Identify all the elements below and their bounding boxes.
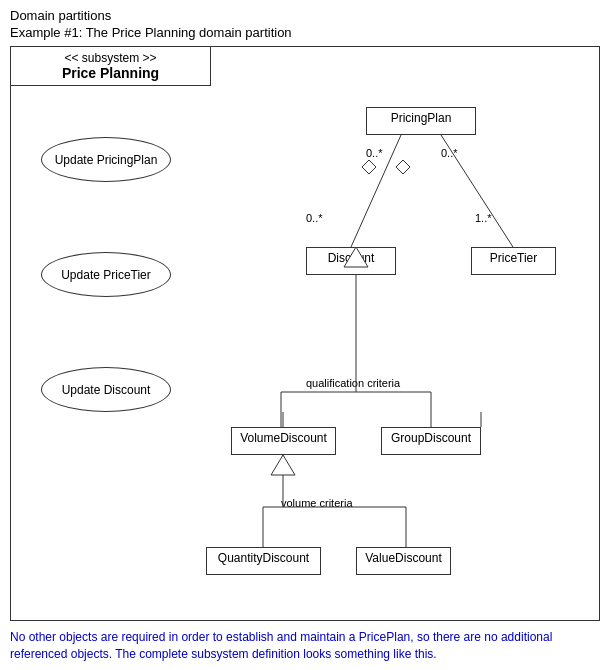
subsystem-stereotype: << subsystem >> bbox=[19, 51, 202, 65]
mult-label-4: 1..* bbox=[475, 212, 492, 224]
use-case-update-pricetier: Update PriceTier bbox=[41, 252, 171, 297]
class-pricingplan: PricingPlan bbox=[366, 107, 476, 135]
svg-marker-15 bbox=[271, 455, 295, 475]
class-groupdiscount: GroupDiscount bbox=[381, 427, 481, 455]
subsystem-header: << subsystem >> Price Planning bbox=[11, 47, 211, 86]
assoc-label-qualification: qualification criteria bbox=[306, 377, 400, 389]
subsystem-name: Price Planning bbox=[19, 65, 202, 81]
class-quantitydiscount: QuantityDiscount bbox=[206, 547, 321, 575]
page-subtitle: Example #1: The Price Planning domain pa… bbox=[10, 25, 600, 40]
class-discount: Discount bbox=[306, 247, 396, 275]
class-volumediscount: VolumeDiscount bbox=[231, 427, 336, 455]
svg-marker-3 bbox=[396, 160, 410, 174]
class-valuediscount: ValueDiscount bbox=[356, 547, 451, 575]
footer-text: No other objects are required in order t… bbox=[10, 629, 600, 663]
page-title: Domain partitions bbox=[10, 8, 600, 23]
assoc-label-volume: volume criteria bbox=[281, 497, 353, 509]
svg-marker-2 bbox=[362, 160, 376, 174]
diagram-container: << subsystem >> Price Planning Update Pr… bbox=[10, 46, 600, 621]
mult-label-1: 0..* bbox=[366, 147, 383, 159]
mult-label-2: 0..* bbox=[441, 147, 458, 159]
diagram-connections bbox=[11, 47, 599, 620]
use-case-update-pricingplan: Update PricingPlan bbox=[41, 137, 171, 182]
mult-label-3: 0..* bbox=[306, 212, 323, 224]
class-pricetier: PriceTier bbox=[471, 247, 556, 275]
use-case-update-discount: Update Discount bbox=[41, 367, 171, 412]
